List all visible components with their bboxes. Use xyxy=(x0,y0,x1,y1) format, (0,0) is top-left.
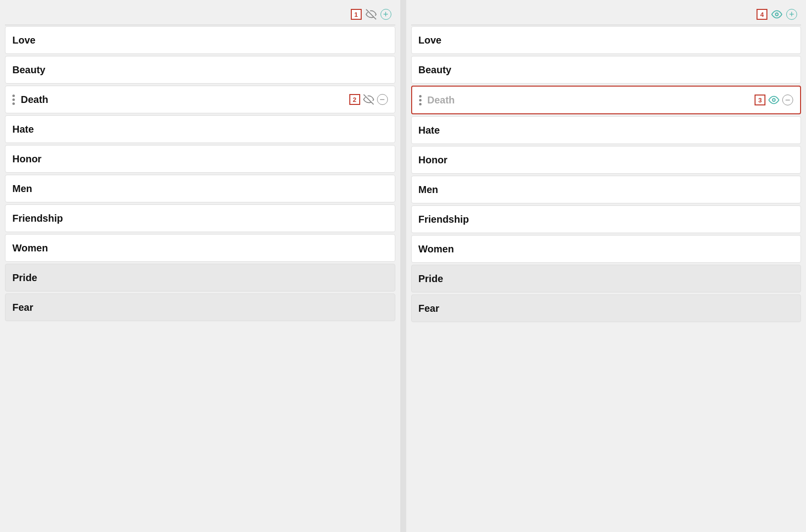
item-label-beauty-left: Beauty xyxy=(12,64,46,76)
list-item-death-left[interactable]: Death2 − xyxy=(5,86,395,113)
drag-dot xyxy=(12,102,15,105)
list-item-love-left[interactable]: Love xyxy=(5,26,395,54)
list-item-beauty-right[interactable]: Beauty xyxy=(411,56,802,84)
minus-icon-death-right[interactable]: − xyxy=(782,95,793,105)
list-item-fear-right[interactable]: Fear xyxy=(411,294,802,322)
eye-hidden-icon-death-left[interactable] xyxy=(362,93,375,106)
item-label-men-left: Men xyxy=(12,183,32,194)
item-label-death-left: Death xyxy=(21,94,48,105)
item-label-pride-left: Pride xyxy=(12,272,37,284)
drag-dot xyxy=(419,95,422,97)
list-item-death-right[interactable]: Death3 − xyxy=(411,86,802,114)
item-label-honor-right: Honor xyxy=(419,154,448,166)
item-left-hate-left: Hate xyxy=(12,124,34,135)
left-panel-header: 1 + xyxy=(5,5,395,24)
list-item-hate-right[interactable]: Hate xyxy=(411,116,802,144)
item-left-honor-right: Honor xyxy=(419,154,448,166)
item-label-women-left: Women xyxy=(12,242,48,254)
badge-1: 1 xyxy=(351,9,362,20)
svg-point-2 xyxy=(775,13,778,16)
list-item-honor-right[interactable]: Honor xyxy=(411,146,802,174)
badge-2: 2 xyxy=(349,94,360,105)
left-eye-hidden-icon[interactable] xyxy=(365,8,378,21)
item-left-love-left: Love xyxy=(12,35,36,46)
badge-4: 4 xyxy=(757,9,767,20)
item-left-beauty-right: Beauty xyxy=(419,64,452,76)
badge-3: 3 xyxy=(755,95,765,105)
right-item-list: LoveBeautyDeath3 −HateHonorMenFriendship… xyxy=(411,26,802,322)
item-label-men-right: Men xyxy=(419,184,438,195)
left-item-list: LoveBeautyDeath2 −HateHonorMenFriendship… xyxy=(5,26,395,321)
item-label-fear-left: Fear xyxy=(12,302,33,313)
item-left-friendship-left: Friendship xyxy=(12,213,63,224)
item-left-love-right: Love xyxy=(419,35,442,46)
item-label-pride-right: Pride xyxy=(419,273,443,285)
left-panel: 1 + LoveBeautyDeath2 −HateHonorMenFriend… xyxy=(0,0,400,532)
item-left-honor-left: Honor xyxy=(12,153,42,165)
item-left-friendship-right: Friendship xyxy=(419,214,469,225)
item-label-women-right: Women xyxy=(419,243,454,255)
left-add-icon[interactable]: + xyxy=(380,9,391,20)
list-item-women-left[interactable]: Women xyxy=(5,234,395,262)
list-item-friendship-left[interactable]: Friendship xyxy=(5,204,395,232)
list-item-pride-left[interactable]: Pride xyxy=(5,264,395,291)
item-label-death-right: Death xyxy=(427,95,455,106)
item-label-love-right: Love xyxy=(419,35,442,46)
item-left-men-left: Men xyxy=(12,183,32,194)
list-item-friendship-right[interactable]: Friendship xyxy=(411,205,802,233)
item-left-hate-right: Hate xyxy=(419,125,440,136)
right-add-icon[interactable]: + xyxy=(786,9,797,20)
item-label-honor-left: Honor xyxy=(12,153,42,165)
svg-point-3 xyxy=(772,98,775,101)
item-left-men-right: Men xyxy=(419,184,438,195)
left-divider xyxy=(5,25,395,25)
drag-dot xyxy=(419,99,422,101)
drag-dot xyxy=(419,103,422,105)
drag-handle-death-right[interactable] xyxy=(419,95,422,105)
item-left-women-right: Women xyxy=(419,243,454,255)
list-item-hate-left[interactable]: Hate xyxy=(5,115,395,143)
item-left-fear-right: Fear xyxy=(419,303,439,314)
list-item-men-right[interactable]: Men xyxy=(411,176,802,203)
list-item-women-right[interactable]: Women xyxy=(411,235,802,263)
item-label-fear-right: Fear xyxy=(419,303,439,314)
list-item-love-right[interactable]: Love xyxy=(411,26,802,54)
list-item-pride-right[interactable]: Pride xyxy=(411,265,802,292)
list-item-honor-left[interactable]: Honor xyxy=(5,145,395,173)
item-actions-death-left: 2 − xyxy=(349,93,388,106)
item-left-pride-left: Pride xyxy=(12,272,37,284)
right-panel-header: 4 + xyxy=(411,5,802,24)
item-label-love-left: Love xyxy=(12,35,36,46)
panel-separator xyxy=(400,0,406,532)
list-item-fear-left[interactable]: Fear xyxy=(5,293,395,321)
drag-handle-death-left[interactable] xyxy=(12,95,15,105)
item-label-hate-left: Hate xyxy=(12,124,34,135)
list-item-men-left[interactable]: Men xyxy=(5,175,395,202)
drag-dot xyxy=(12,95,15,97)
item-left-women-left: Women xyxy=(12,242,48,254)
list-item-beauty-left[interactable]: Beauty xyxy=(5,56,395,84)
item-label-beauty-right: Beauty xyxy=(419,64,452,76)
right-panel: 4 + LoveBeautyDeath3 −HateHonorMenFriend… xyxy=(406,0,806,532)
item-actions-death-right: 3 − xyxy=(755,94,793,106)
minus-icon-death-left[interactable]: − xyxy=(377,94,388,105)
item-label-friendship-right: Friendship xyxy=(419,214,469,225)
right-divider xyxy=(411,25,802,25)
item-left-beauty-left: Beauty xyxy=(12,64,46,76)
drag-dot xyxy=(12,98,15,101)
right-eye-visible-icon[interactable] xyxy=(770,8,783,21)
item-left-death-left: Death xyxy=(12,94,48,105)
eye-visible-icon-death-right[interactable] xyxy=(767,94,780,106)
item-left-fear-left: Fear xyxy=(12,302,33,313)
item-label-friendship-left: Friendship xyxy=(12,213,63,224)
item-left-death-right: Death xyxy=(419,95,455,106)
item-left-pride-right: Pride xyxy=(419,273,443,285)
item-label-hate-right: Hate xyxy=(419,125,440,136)
